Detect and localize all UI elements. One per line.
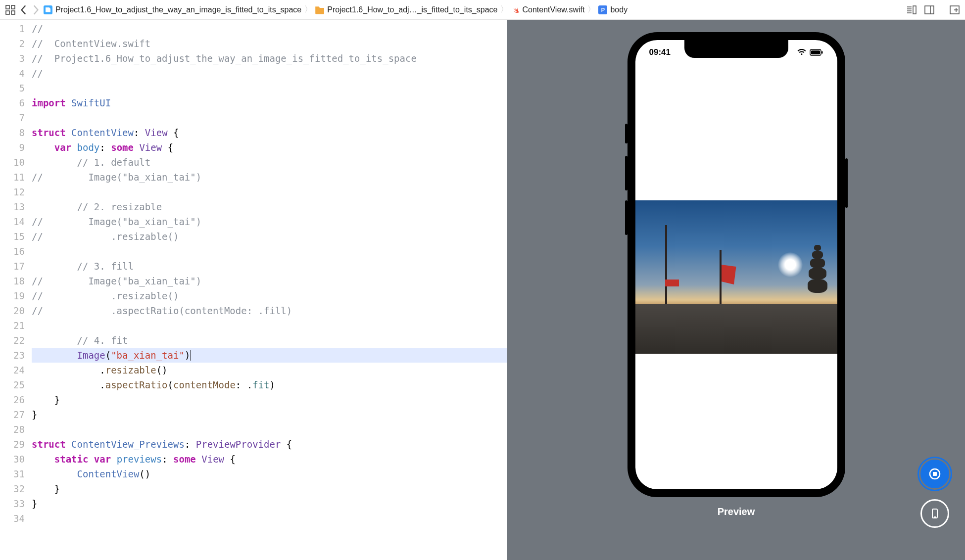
breadcrumb-item[interactable]: ContentView.swift: [522, 5, 584, 14]
breadcrumb-item[interactable]: body: [610, 5, 627, 14]
status-icons: [797, 49, 823, 56]
chevron-right-icon: 〉: [500, 4, 508, 15]
svg-rect-16: [821, 51, 823, 54]
svg-rect-8: [913, 6, 916, 14]
folder-icon: [315, 5, 324, 14]
preview-pane: 09:41 Pre: [507, 20, 965, 560]
add-editor-icon[interactable]: [949, 5, 960, 15]
wifi-icon: [797, 49, 807, 56]
status-time: 09:41: [649, 47, 671, 57]
code-editor[interactable]: 1234567891011121314151617181920212223242…: [0, 20, 507, 560]
notch: [684, 40, 788, 58]
volume-down-button: [625, 200, 627, 235]
svg-rect-0: [6, 5, 9, 9]
svg-rect-2: [6, 11, 9, 14]
related-items-icon[interactable]: [5, 4, 16, 15]
device-settings-button[interactable]: [920, 499, 949, 528]
svg-rect-15: [811, 50, 820, 54]
live-preview-button[interactable]: [920, 460, 949, 488]
divider: [942, 4, 942, 15]
breadcrumb[interactable]: Project1.6_How_to_adjust_the_way_an_imag…: [44, 4, 902, 15]
code-area[interactable]: //// ContentView.swift// Project1.6_How_…: [32, 20, 507, 560]
minimap-toggle-icon[interactable]: [906, 5, 917, 15]
battery-icon: [810, 49, 823, 56]
iphone-frame: 09:41: [627, 32, 845, 497]
mute-switch: [625, 124, 627, 143]
chevron-right-icon: 〉: [587, 4, 595, 15]
side-button: [845, 158, 848, 208]
forward-icon[interactable]: [32, 4, 40, 15]
preview-label: Preview: [718, 506, 755, 517]
svg-rect-1: [11, 5, 15, 9]
volume-up-button: [625, 156, 627, 190]
adjust-editor-icon[interactable]: [924, 5, 935, 15]
iphone-screen: 09:41: [635, 40, 837, 489]
toolbar-right: [906, 4, 960, 15]
back-icon[interactable]: [20, 4, 28, 15]
workspace: 1234567891011121314151617181920212223242…: [0, 20, 965, 560]
image-view: [635, 200, 837, 354]
breadcrumb-item[interactable]: Project1.6_How_to_adjust_the_way_an_imag…: [55, 5, 301, 14]
swift-file-icon: [511, 6, 519, 14]
toolbar: Project1.6_How_to_adjust_the_way_an_imag…: [0, 0, 965, 20]
svg-rect-3: [11, 11, 15, 14]
project-icon: [44, 5, 52, 14]
property-icon: P: [598, 5, 607, 14]
preview-content: [635, 65, 837, 489]
line-gutter: 1234567891011121314151617181920212223242…: [0, 20, 32, 560]
breadcrumb-item[interactable]: Project1.6_How_to_adj…_is_fitted_to_its_…: [327, 5, 497, 14]
chevron-right-icon: 〉: [304, 4, 312, 15]
svg-rect-9: [925, 6, 934, 14]
svg-rect-18: [933, 472, 937, 476]
